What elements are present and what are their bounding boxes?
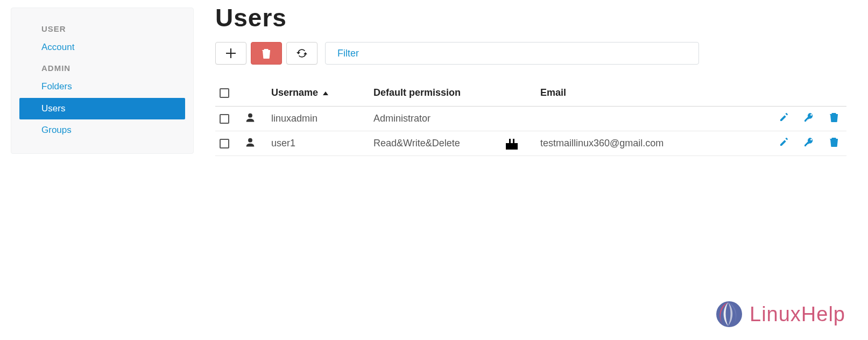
cell-username[interactable]: user1 [267, 131, 369, 156]
filter-input[interactable] [325, 42, 699, 65]
row-checkbox[interactable] [220, 114, 229, 124]
user-icon [245, 138, 255, 149]
refresh-button[interactable] [286, 42, 317, 65]
plus-icon [226, 48, 236, 58]
column-username-label: Username [271, 87, 318, 98]
add-button[interactable] [215, 42, 246, 65]
page-title: Users [215, 3, 846, 32]
cell-permission: Administrator [369, 107, 536, 131]
logo-icon [712, 300, 744, 328]
user-icon [245, 114, 255, 124]
column-email[interactable]: Email [536, 82, 760, 107]
table-header-row: Username Default permission Email [215, 82, 846, 107]
cell-email [536, 107, 760, 131]
sidebar-item-folders[interactable]: Folders [11, 76, 193, 97]
delete-button[interactable] [251, 42, 282, 65]
delete-row-icon[interactable] [829, 112, 839, 125]
table-row: user1 Read&Write&Delete testmaillinux360… [215, 131, 846, 156]
trash-icon [262, 48, 271, 59]
sort-asc-icon [323, 91, 328, 95]
logo-text: LinuxHelp [750, 303, 845, 326]
sidebar-section-user: USER [11, 22, 193, 37]
sidebar-section-admin: ADMIN [11, 61, 193, 76]
sidebar-item-users[interactable]: Users [19, 98, 185, 119]
column-username[interactable]: Username [267, 82, 369, 107]
key-icon[interactable] [803, 137, 815, 150]
key-icon[interactable] [803, 112, 815, 125]
sidebar-item-groups[interactable]: Groups [11, 119, 193, 141]
edit-icon[interactable] [779, 112, 789, 125]
cell-username[interactable]: linuxadmin [267, 107, 369, 131]
toolbar [215, 42, 846, 65]
select-all-checkbox[interactable] [220, 88, 229, 98]
sidebar-item-account[interactable]: Account [11, 37, 193, 58]
row-checkbox[interactable] [220, 139, 229, 148]
refresh-icon [297, 48, 307, 58]
edit-icon[interactable] [779, 137, 789, 150]
cell-permission: Read&Write&Delete [369, 131, 536, 156]
cell-email: testmaillinux360@gmail.com [536, 131, 760, 156]
column-permission[interactable]: Default permission [369, 82, 536, 107]
main-content: Users [215, 3, 846, 156]
delete-row-icon[interactable] [829, 137, 839, 150]
sidebar: USER Account ADMIN Folders Users Groups [11, 8, 194, 154]
users-table: Username Default permission Email linuxa… [215, 82, 846, 156]
branding-logo: LinuxHelp [712, 300, 845, 328]
table-row: linuxadmin Administrator [215, 107, 846, 131]
